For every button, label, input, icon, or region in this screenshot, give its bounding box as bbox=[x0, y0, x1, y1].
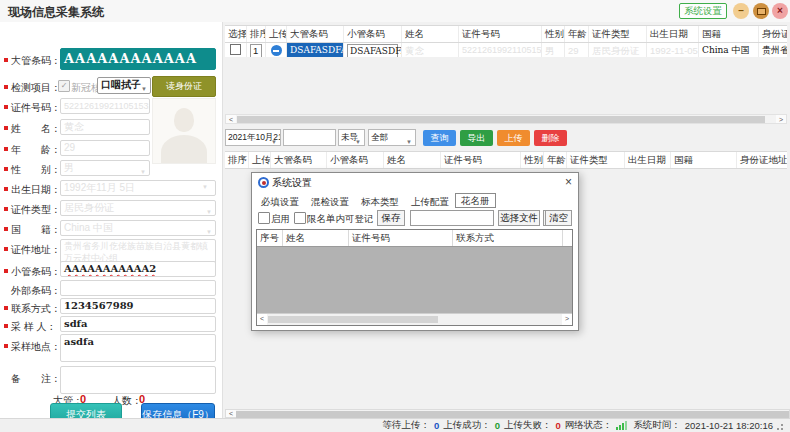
network-signal-icon bbox=[616, 421, 627, 430]
enable-checkbox-label: 启用 bbox=[271, 213, 290, 226]
col-header: 身份证地址 bbox=[737, 152, 787, 168]
scroll-right-icon[interactable]: > bbox=[562, 314, 572, 325]
resize-grip[interactable] bbox=[777, 421, 784, 431]
tab-required-settings[interactable]: 必填设置 bbox=[255, 194, 305, 209]
date-filter-select[interactable]: 2021年10月21日▼ bbox=[225, 129, 281, 146]
chevron-down-icon: ▼ bbox=[206, 205, 212, 216]
col-header: 国籍 bbox=[671, 152, 737, 168]
col-header: 性别 bbox=[542, 26, 565, 42]
tab-roster[interactable]: 花名册 bbox=[455, 193, 496, 208]
table-header-row: 选择 排序 上传 大管条码 小管条码 姓名 证件号码 性别 年龄 证件类型 出生… bbox=[225, 25, 787, 43]
status-bar: 等待上传： 0 上传成功： 0 上传失败： 0 网络状态： 系统时间： 2021… bbox=[0, 418, 790, 432]
choose-file-button[interactable]: 选择文件 bbox=[498, 210, 540, 226]
chevron-down-icon: ▼ bbox=[355, 135, 361, 146]
export-status-select[interactable]: 未导▼ bbox=[338, 129, 365, 146]
system-settings-dialog: 系统设置 × 必填设置 混检设置 标本类型 上传配置 花名册 启用 限名单内可登… bbox=[251, 172, 579, 331]
scroll-right-icon[interactable]: > bbox=[776, 115, 786, 123]
big-barcode-input[interactable]: AAAAAAAAAAAA bbox=[60, 48, 216, 70]
chevron-down-icon: ▼ bbox=[141, 82, 147, 94]
gender-select: 男▼ bbox=[60, 160, 150, 176]
scrollbar-thumb[interactable] bbox=[268, 316, 438, 323]
scrollbar-thumb[interactable] bbox=[237, 116, 765, 123]
close-button[interactable]: × bbox=[772, 3, 788, 19]
table-header-row: 排序 上传 大管条码 小管条码 姓名 证件号码 性别 年龄 证件类型 出生日期 … bbox=[225, 151, 787, 169]
tab-upload-config[interactable]: 上传配置 bbox=[405, 194, 455, 209]
pending-records-table: 选择 排序 上传 大管条码 小管条码 姓名 证件号码 性别 年龄 证件类型 出生… bbox=[225, 25, 787, 60]
search-input[interactable] bbox=[283, 129, 336, 146]
small-barcode-input[interactable]: AAAAAAAAAAA2 bbox=[60, 261, 216, 277]
contact-input[interactable]: 1234567989 bbox=[60, 298, 216, 314]
sampler-input[interactable]: sdfa bbox=[60, 316, 216, 332]
roster-table-hscrollbar[interactable]: < > bbox=[257, 313, 572, 325]
history-table-hscrollbar[interactable]: < bbox=[225, 409, 790, 418]
dialog-title-bar[interactable]: 系统设置 × bbox=[252, 173, 578, 192]
upload-success-value: 0 bbox=[495, 420, 500, 431]
required-marker bbox=[4, 147, 8, 151]
required-marker bbox=[4, 207, 8, 211]
roster-clear-button[interactable]: 清空 bbox=[545, 210, 572, 226]
system-time-label: 系统时间： bbox=[633, 419, 681, 432]
col-header: 姓名 bbox=[402, 26, 459, 42]
maximize-button[interactable] bbox=[753, 3, 769, 19]
col-header: 身份证地址 bbox=[759, 26, 787, 42]
delete-button[interactable]: 删除 bbox=[534, 130, 567, 146]
gender-label: 性 别： bbox=[11, 164, 61, 175]
top-table-hscrollbar[interactable]: < > bbox=[225, 114, 787, 124]
upload-status-icon[interactable] bbox=[271, 45, 282, 56]
dialog-title: 系统设置 bbox=[272, 176, 312, 190]
col-header: 证件类型 bbox=[589, 26, 647, 42]
name-label: 姓 名： bbox=[11, 123, 61, 134]
ext-barcode-input[interactable] bbox=[60, 280, 216, 296]
col-header: 证件号码 bbox=[349, 230, 453, 246]
sample-site-input[interactable]: asdfa bbox=[60, 334, 216, 362]
roster-save-button[interactable]: 保存 bbox=[377, 210, 405, 226]
tab-specimen-type[interactable]: 标本类型 bbox=[355, 194, 405, 209]
scroll-left-icon[interactable]: < bbox=[257, 314, 267, 325]
required-marker bbox=[4, 227, 8, 231]
big-barcode-label: 大管条码： bbox=[11, 55, 61, 66]
file-path-input[interactable] bbox=[410, 210, 494, 226]
col-header: 姓名 bbox=[283, 230, 349, 246]
required-marker bbox=[4, 324, 8, 328]
read-id-card-button[interactable]: 读身份证（F5） bbox=[152, 76, 216, 97]
entry-form-panel: 大管条码： AAAAAAAAAAAA 检测项目： ✓ 新冠核酸 口咽拭子▼ 读身… bbox=[0, 22, 223, 418]
query-button[interactable]: 查询 bbox=[423, 130, 456, 146]
row-checkbox[interactable] bbox=[230, 44, 241, 55]
col-header: 年龄 bbox=[565, 26, 589, 42]
scroll-left-icon[interactable]: < bbox=[226, 410, 236, 417]
minimize-button[interactable]: – bbox=[733, 3, 749, 19]
chevron-down-icon: ▼ bbox=[140, 165, 146, 176]
scope-filter-select[interactable]: 全部▼ bbox=[368, 129, 416, 146]
sample-site-label: 采样地点： bbox=[11, 341, 61, 352]
col-header: 序号 bbox=[257, 230, 283, 246]
scrollbar-thumb[interactable] bbox=[236, 411, 789, 418]
contact-label: 联系方式： bbox=[11, 303, 61, 314]
required-marker bbox=[4, 126, 8, 130]
upload-button[interactable]: 上传 bbox=[497, 130, 530, 146]
system-settings-button[interactable]: 系统设置 bbox=[679, 3, 727, 19]
sample-type-select[interactable]: 口咽拭子▼ bbox=[97, 77, 151, 94]
required-marker bbox=[4, 269, 8, 273]
tab-mixed-test-settings[interactable]: 混检设置 bbox=[305, 194, 355, 209]
required-marker bbox=[4, 306, 8, 310]
remark-input[interactable] bbox=[60, 366, 216, 394]
col-header: 性别 bbox=[521, 152, 544, 168]
waiting-upload-value: 0 bbox=[434, 420, 439, 431]
remark-label: 备 注： bbox=[11, 373, 61, 384]
nationality-label: 国 籍： bbox=[11, 224, 61, 235]
enable-checkbox[interactable] bbox=[258, 212, 270, 224]
export-button[interactable]: 导出 bbox=[460, 130, 493, 146]
covid-checkbox[interactable]: ✓ bbox=[58, 80, 70, 92]
age-input: 29 bbox=[60, 140, 150, 156]
required-marker bbox=[4, 344, 8, 348]
col-header: 小管条码 bbox=[327, 152, 384, 168]
small-barcode-cell[interactable]: DSAFASDFAAAS1 bbox=[347, 44, 398, 58]
system-time-value: 2021-10-21 18:20:16 bbox=[685, 420, 773, 431]
minimize-icon: – bbox=[738, 5, 744, 16]
col-header: 上传 bbox=[249, 152, 271, 168]
restrict-checkbox[interactable] bbox=[294, 212, 306, 224]
dialog-close-button[interactable]: × bbox=[565, 175, 572, 189]
scroll-left-icon[interactable]: < bbox=[226, 115, 236, 123]
col-header: 排序 bbox=[247, 26, 266, 42]
calendar-dropdown-icon: ▼ bbox=[202, 184, 219, 190]
